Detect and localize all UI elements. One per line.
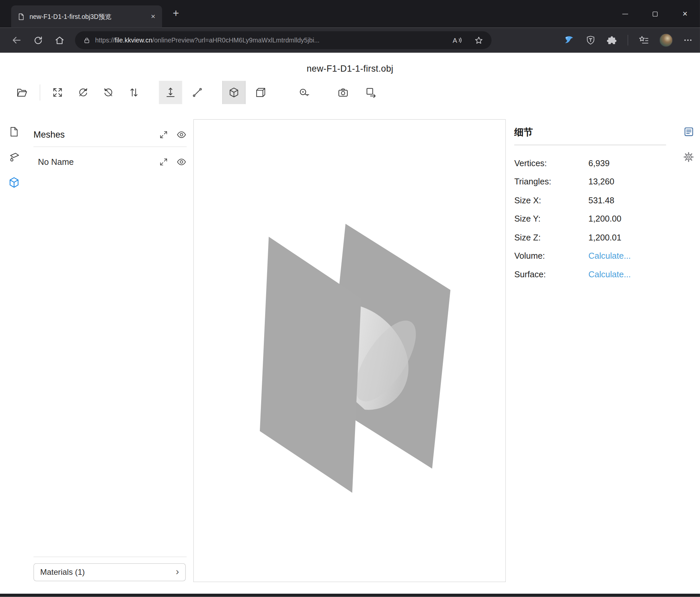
flip-vertical-icon — [128, 87, 140, 98]
file-info-icon[interactable] — [8, 126, 20, 138]
details-row-triangles: Triangles: 13,260 — [515, 173, 666, 191]
page-file-icon — [18, 13, 25, 20]
details-title: 细节 — [515, 126, 666, 145]
zoom-to-all-icon[interactable] — [159, 130, 168, 139]
details-value: 6,939 — [588, 159, 609, 168]
url-text: https://file.kkview.cn/onlinePreview?url… — [95, 37, 320, 44]
rotate-z-button[interactable] — [98, 82, 119, 103]
details-row-size-x: Size X: 531.48 — [515, 191, 666, 210]
open-file-button[interactable] — [11, 82, 32, 103]
toggle-mesh-visibility-eye-icon[interactable] — [176, 157, 186, 167]
screen: new-F1-D1-1-first.obj3D预览 × + × https://… — [0, 0, 700, 597]
toggle-all-visibility-eye-icon[interactable] — [176, 129, 186, 140]
details-label: Size Z: — [515, 233, 589, 242]
profile-avatar[interactable] — [659, 33, 673, 47]
favorite-star-icon[interactable] — [474, 35, 483, 45]
browser-window: new-F1-D1-1-first.obj3D预览 × + × https://… — [0, 0, 700, 597]
address-bar[interactable]: https://file.kkview.cn/onlinePreview?url… — [75, 31, 492, 49]
mesh-item-actions — [159, 157, 186, 167]
orthographic-view-button[interactable] — [251, 82, 271, 103]
details-label: Vertices: — [515, 159, 589, 168]
favorites-hub-icon[interactable] — [639, 35, 649, 45]
meshes-divider — [33, 147, 186, 147]
meshes-header: Meshes — [33, 126, 186, 143]
up-axis-button[interactable] — [159, 81, 182, 104]
navbar-divider — [628, 35, 628, 45]
maximize-button[interactable] — [640, 0, 670, 28]
measure-tape-icon — [298, 87, 310, 98]
details-rows: Vertices: 6,939 Triangles: 13,260 Size X… — [515, 154, 666, 284]
screenshot-button[interactable] — [332, 82, 353, 103]
tab-close-icon[interactable]: × — [148, 11, 158, 22]
meshes-header-actions — [159, 129, 186, 140]
titlebar: new-F1-D1-1-first.obj3D预览 × + × — [0, 0, 700, 28]
back-button[interactable] — [9, 32, 24, 48]
browser-tab[interactable]: new-F1-D1-1-first.obj3D预览 × — [11, 5, 162, 27]
page-title: new-F1-D1-1-first.obj — [0, 63, 700, 74]
rotate-x-button[interactable] — [73, 82, 94, 103]
minimize-button[interactable] — [610, 0, 640, 28]
flip-vertical-button[interactable] — [124, 82, 144, 103]
zoom-to-mesh-icon[interactable] — [159, 157, 168, 167]
details-label: Size X: — [515, 196, 589, 206]
maximize-icon — [653, 11, 657, 16]
minimize-icon — [622, 14, 628, 14]
fit-view-button[interactable] — [47, 82, 68, 103]
details-row-vertices: Vertices: 6,939 — [515, 154, 666, 173]
refresh-button[interactable] — [30, 32, 46, 48]
details-list-icon[interactable] — [683, 126, 694, 138]
svg-text:A: A — [453, 37, 457, 44]
right-rail — [682, 126, 694, 163]
browser-menu-icon[interactable] — [683, 35, 693, 45]
calculate-volume-link[interactable]: Calculate... — [588, 251, 631, 261]
details-value: 1,200.01 — [588, 233, 621, 242]
home-button[interactable] — [52, 32, 67, 48]
details-label: Triangles: — [515, 177, 589, 187]
measure-line-button[interactable] — [187, 82, 207, 103]
url-host: file.kkview.cn — [115, 37, 152, 44]
toolbar-divider — [40, 85, 40, 100]
rotate-z-icon — [103, 87, 114, 98]
browser-navbar: https://file.kkview.cn/onlinePreview?url… — [0, 28, 700, 53]
bird-extension-icon[interactable] — [564, 34, 575, 46]
extensions-puzzle-icon[interactable] — [606, 34, 618, 46]
fit-view-icon — [52, 87, 63, 98]
perspective-view-icon — [228, 87, 240, 98]
details-value: 13,260 — [588, 177, 614, 187]
tab-title: new-F1-D1-1-first.obj3D预览 — [29, 12, 148, 21]
details-label: Volume: — [515, 251, 589, 261]
address-bar-actions: A — [452, 35, 483, 45]
export-view-icon — [365, 87, 377, 98]
details-value: 1,200.00 — [588, 214, 621, 224]
new-tab-button[interactable]: + — [169, 7, 182, 21]
open-file-icon — [16, 87, 28, 98]
lock-icon — [83, 37, 91, 44]
materials-icon[interactable] — [8, 151, 20, 163]
materials-button[interactable]: Materials (1) › — [33, 563, 185, 581]
model-render — [194, 120, 505, 582]
screenshot-camera-icon — [337, 87, 349, 98]
url-path: /onlinePreview?url=aHR0cHM6Ly9maWxlLmtrd… — [152, 37, 320, 44]
mesh-list-item[interactable]: No Name — [33, 157, 186, 167]
meshes-panel: Meshes No Name — [33, 126, 186, 167]
perspective-view-button[interactable] — [222, 81, 246, 104]
close-window-button[interactable]: × — [670, 0, 700, 28]
tampermonkey-extension-icon[interactable] — [585, 35, 596, 45]
rotate-x-icon — [77, 87, 89, 98]
meshes-title: Meshes — [33, 129, 159, 140]
export-view-button[interactable] — [360, 82, 381, 103]
chevron-right-icon: › — [176, 567, 179, 577]
model-cube-icon[interactable] — [8, 176, 20, 188]
measure-tape-button[interactable] — [294, 82, 314, 103]
details-row-size-z: Size Z: 1,200.01 — [515, 228, 666, 247]
calculate-surface-link[interactable]: Calculate... — [588, 270, 631, 280]
details-panel: 细节 Vertices: 6,939 Triangles: 13,260 Siz… — [515, 126, 666, 284]
model-viewport[interactable] — [193, 119, 506, 582]
viewer-page: new-F1-D1-1-first.obj — [0, 53, 700, 594]
measure-line-icon — [192, 87, 203, 98]
navbar-right-cluster — [564, 33, 700, 47]
read-aloud-icon[interactable]: A — [452, 35, 462, 45]
details-label: Size Y: — [515, 214, 589, 224]
window-bottom-edge — [0, 594, 700, 597]
settings-gear-icon[interactable] — [682, 151, 694, 163]
